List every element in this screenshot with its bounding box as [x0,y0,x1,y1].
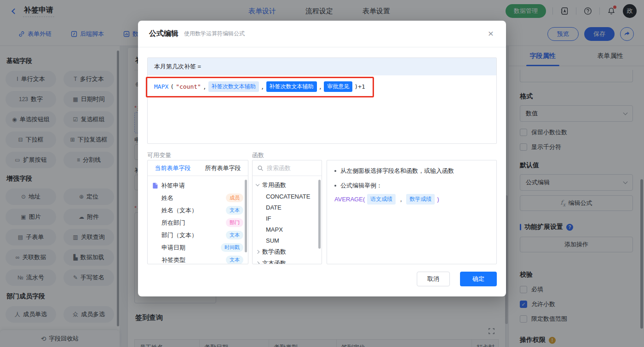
variable-name: 申请日期 [161,244,221,252]
bullet-icon [334,185,336,187]
cancel-button[interactable]: 取消 [417,272,450,286]
variable-部门（文本）[interactable]: 部门（文本）文本 [152,229,243,241]
variable-form-row[interactable]: 补签申请 [152,179,243,192]
help-line-2: 公式编辑举例： AVERAGE(语文成绩，数学成绩) [334,182,489,205]
modal-footer: 取消 确定 [417,272,497,286]
functions-scrollbar[interactable] [318,180,321,249]
variable-所在部门[interactable]: 所在部门部门 [152,216,243,229]
function-item-CONCATENATE[interactable]: CONCATENATE [256,191,318,202]
function-item-DATE[interactable]: DATE [256,202,318,213]
modal-subtitle: 使用数学运算符编辑公式 [184,30,245,38]
variable-name: 姓名（文本） [161,206,226,215]
variable-type-badge: 文本 [226,206,243,215]
formula-token-fn: MAPX [154,83,168,90]
tab-current-form-fields[interactable]: 当前表单字段 [148,160,198,176]
variables-label: 可用变量 [147,151,171,159]
variable-name: 部门（文本） [161,231,226,239]
function-item-MAPX[interactable]: MAPX [256,224,318,235]
formula-token-str: "count" [176,83,201,90]
variables-tabs: 当前表单字段 所有表单字段 [148,160,248,176]
variable-type-badge: 文本 [226,231,243,239]
functions-pane: 搜索函数 常用函数CONCATENATEDATEIFMAPXSUM数学函数文本函… [252,160,322,264]
variable-name: 补签类型 [161,256,226,264]
variable-姓名[interactable]: 姓名成员 [152,192,243,204]
form-doc-icon [152,182,158,189]
variable-补签类型[interactable]: 补签类型文本 [152,254,243,264]
help-example-prefix: 公式编辑举例： [340,182,382,190]
formula-token-chip-light[interactable]: 补签次数文本辅助 [208,81,259,92]
function-group-常用函数[interactable]: 常用函数 [256,179,318,191]
modal-title: 公式编辑 [149,29,178,39]
formula-token-chip-solid[interactable]: 审批意见 [324,81,352,92]
variables-list: 补签申请姓名成员姓名（文本）文本所在部门部门部门（文本）文本申请日期时间戳补签类… [148,176,248,264]
example-token: ， [398,195,404,204]
function-group-label: 数学函数 [262,248,286,256]
help-body: 从左侧面板选择字段名和函数，或输入函数 公式编辑举例： AVERAGE(语文成绩… [327,160,496,217]
functions-label: 函数 [252,151,264,159]
variable-姓名（文本）[interactable]: 姓名（文本）文本 [152,204,243,216]
variable-type-badge: 时间戳 [221,243,243,252]
example-token: ) [437,196,439,203]
formula-token-plain: , [319,83,322,90]
formula-token-plain: , [261,83,264,90]
formula-expression[interactable]: MAPX("count",补签次数文本辅助,补签次数文本辅助,审批意见)+1 [148,75,496,98]
example-token: 数学成绩 [406,194,435,205]
variable-form-name: 补签申请 [161,182,243,190]
search-placeholder: 搜索函数 [267,164,291,172]
function-group-数学函数[interactable]: 数学函数 [256,246,318,257]
formula-token-plain: )+1 [354,83,365,90]
help-line-1: 从左侧面板选择字段名和函数，或输入函数 [334,167,489,175]
chevron-right-icon [256,250,259,253]
help-example-tokens: AVERAGE(语文成绩，数学成绩) [334,194,439,205]
formula-target: 本月第几次补签 = [148,58,496,75]
functions-tree: 常用函数CONCATENATEDATEIFMAPXSUM数学函数文本函数 [253,176,322,264]
formula-help-pane: 从左侧面板选择字段名和函数，或输入函数 公式编辑举例： AVERAGE(语文成绩… [327,160,497,264]
close-icon[interactable]: × [485,28,497,40]
variable-申请日期[interactable]: 申请日期时间戳 [152,241,243,254]
formula-token-plain: , [203,83,207,90]
function-item-IF[interactable]: IF [256,213,318,224]
variable-type-badge: 成员 [226,193,243,202]
bullet-icon [334,170,336,172]
variable-type-badge: 部门 [226,218,243,227]
function-item-SUM[interactable]: SUM [256,235,318,246]
help-text: 从左侧面板选择字段名和函数，或输入函数 [340,167,454,175]
variables-scrollbar[interactable] [245,180,247,252]
formula-editor: 本月第几次补签 = MAPX("count",补签次数文本辅助,补签次数文本辅助… [147,57,497,144]
variables-pane: 当前表单字段 所有表单字段 补签申请姓名成员姓名（文本）文本所在部门部门部门（文… [147,160,248,264]
function-group-label: 常用函数 [262,181,286,189]
variable-name: 所在部门 [161,219,226,227]
search-icon [257,165,264,171]
function-group-label: 文本函数 [262,259,286,265]
chevron-right-icon [256,261,259,264]
variable-name: 姓名 [161,194,226,202]
example-token: 语文成绩 [367,194,396,205]
variable-type-badge: 文本 [226,256,243,264]
function-group-文本函数[interactable]: 文本函数 [256,257,318,264]
formula-edit-modal: 公式编辑 使用数学运算符编辑公式 × 本月第几次补签 = MAPX("count… [138,21,506,296]
confirm-button[interactable]: 确定 [460,272,497,286]
formula-token-chip-solid[interactable]: 补签次数文本辅助 [266,81,317,92]
modal-header: 公式编辑 使用数学运算符编辑公式 [138,21,506,47]
function-search-input[interactable]: 搜索函数 [253,160,322,176]
chevron-down-icon [256,182,259,186]
example-token: AVERAGE( [334,196,365,203]
formula-token-plain: ( [170,83,174,90]
tab-all-form-fields[interactable]: 所有表单字段 [198,160,248,176]
app-root: 补签申请 表单设计流程设定表单设置 数据管理 政 表单外链后端脚本数据权限 预览… [0,0,644,347]
